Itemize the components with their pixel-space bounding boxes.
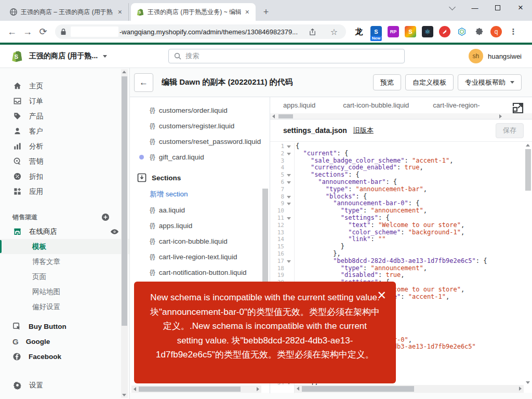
fold-arrow-icon[interactable] bbox=[286, 200, 292, 207]
window-minimize-button[interactable]: — bbox=[463, 0, 486, 16]
save-button[interactable]: 保存 bbox=[496, 123, 524, 138]
red-circle-extension-icon[interactable] bbox=[439, 26, 450, 37]
window-close-button[interactable]: × bbox=[509, 0, 532, 16]
reload-icon[interactable]: ⟳ bbox=[35, 24, 51, 39]
file-item[interactable]: {/}cart-live-region-text.liquid bbox=[130, 249, 270, 264]
shopify-logo-icon[interactable]: S bbox=[10, 49, 24, 63]
sidebar-item-home[interactable]: 主页 bbox=[0, 78, 129, 94]
old-versions-link[interactable]: 旧版本 bbox=[353, 126, 374, 135]
sidebar-item-buy-button[interactable]: Buy Button bbox=[0, 319, 129, 334]
add-section-link[interactable]: 新增 section bbox=[130, 187, 270, 202]
profile-avatar-q-icon[interactable]: q bbox=[490, 26, 502, 37]
sidebar-item-preferences[interactable]: 偏好设置 bbox=[0, 299, 129, 314]
code-line[interactable]: 13 "color_scheme": "background-1", bbox=[270, 229, 532, 236]
theme-help-dropdown-button[interactable]: 专业模板帮助 bbox=[458, 74, 522, 90]
sidebar-item-facebook[interactable]: Facebook bbox=[0, 349, 129, 364]
sections-folder-header[interactable]: Sections bbox=[130, 169, 270, 187]
sidebar-item-online-store[interactable]: 在线商店 bbox=[0, 224, 129, 239]
sidebar-item-customers[interactable]: 客户 bbox=[0, 124, 129, 139]
sidebar-item-products[interactable]: 产品 bbox=[0, 109, 129, 124]
sidebar-item-analytics[interactable]: 分析 bbox=[0, 139, 129, 154]
file-item[interactable]: {/}cart-notification-button.liquid bbox=[130, 264, 270, 280]
hexagon-extension-icon[interactable] bbox=[456, 26, 468, 37]
view-store-eye-icon[interactable] bbox=[110, 229, 119, 235]
calligraphy-extension-icon[interactable]: 龙 bbox=[353, 26, 365, 37]
fold-arrow-icon[interactable] bbox=[286, 179, 292, 186]
file-item-modified[interactable]: {/}gift_card.liquid bbox=[130, 149, 270, 165]
new-tab-button[interactable]: + bbox=[259, 5, 273, 19]
code-line[interactable]: 1{ bbox=[270, 143, 532, 150]
code-line[interactable]: 16 }, bbox=[270, 250, 532, 258]
fold-arrow-icon[interactable] bbox=[286, 171, 292, 179]
tab-search-chevron-icon[interactable] bbox=[441, 0, 463, 16]
react-devtools-extension-icon[interactable]: ⚛ bbox=[422, 26, 433, 37]
code-line[interactable]: 7 "type": "announcement-bar", bbox=[270, 186, 532, 193]
code-line[interactable]: 9 "announcement-bar-0": { bbox=[270, 200, 532, 207]
sidebar-item-marketing[interactable]: 营销 bbox=[0, 154, 129, 169]
sidebar-scrollbar[interactable] bbox=[121, 69, 128, 398]
sidebar-item-orders[interactable]: 订单 bbox=[0, 94, 129, 109]
preview-button[interactable]: 预览 bbox=[373, 74, 401, 90]
editor-tab-scrollbar[interactable] bbox=[270, 113, 532, 119]
code-line[interactable]: 12 "text": "Welcome to our store", bbox=[270, 222, 532, 229]
code-line[interactable]: 10 "type": "announcement", bbox=[270, 207, 532, 215]
user-menu[interactable]: sh huangsiwei bbox=[469, 49, 522, 63]
sidebar-item-pages[interactable]: 页面 bbox=[0, 269, 129, 284]
sidebar-item-themes[interactable]: 模板 bbox=[0, 239, 129, 254]
code-line[interactable]: 6 "announcement-bar": { bbox=[270, 179, 532, 186]
code-line[interactable]: 15 } bbox=[270, 243, 532, 250]
bookmark-star-icon[interactable]: ☆ bbox=[327, 27, 341, 37]
toast-close-icon[interactable]: ✕ bbox=[377, 290, 387, 301]
code-line[interactable]: 5 "sections": { bbox=[270, 171, 532, 179]
back-button[interactable]: ← bbox=[134, 73, 153, 92]
browser-tab-2-active[interactable]: S 王强的商店 (用于熟悉业务) ~ 编辑 × bbox=[131, 3, 256, 21]
code-line[interactable]: 18 "type": "announcement", bbox=[270, 265, 532, 272]
window-maximize-button[interactable] bbox=[486, 0, 509, 16]
tab-close-icon[interactable]: × bbox=[244, 8, 250, 16]
editor-vertical-scrollbar[interactable] bbox=[525, 144, 531, 384]
file-item[interactable]: {/}customers/register.liquid bbox=[130, 118, 270, 134]
extensions-puzzle-icon[interactable] bbox=[473, 26, 485, 37]
fold-arrow-icon[interactable] bbox=[286, 143, 292, 150]
file-item[interactable]: {/}apps.liquid bbox=[130, 218, 270, 233]
editor-tab[interactable]: cart-live-region- bbox=[433, 101, 480, 109]
code-line[interactable]: 11 "settings": { bbox=[270, 215, 532, 222]
file-item[interactable]: {/}customers/order.liquid bbox=[130, 102, 270, 118]
customize-theme-button[interactable]: 自定义模板 bbox=[405, 74, 454, 90]
code-line[interactable]: 8 "blocks": { bbox=[270, 193, 532, 201]
editor-horizontal-scrollbar[interactable] bbox=[295, 385, 524, 393]
code-line[interactable]: 4 "currency_code_enabled": true, bbox=[270, 164, 532, 171]
file-item[interactable]: {/}aa.liquid bbox=[130, 202, 270, 218]
tab-close-icon[interactable]: × bbox=[117, 8, 123, 16]
s-color-extension-icon[interactable]: S bbox=[405, 26, 416, 37]
code-line[interactable]: 3 "sale_badge_color_scheme": "accent-1", bbox=[270, 157, 532, 165]
fold-arrow-icon[interactable] bbox=[286, 258, 292, 265]
sidebar-item-blog-posts[interactable]: 博客文章 bbox=[0, 254, 129, 269]
file-item[interactable]: {/}customers/reset_password.liquid bbox=[130, 134, 270, 149]
code-line[interactable]: 19 "disabled": true, bbox=[270, 272, 532, 279]
browser-tab-1[interactable]: 王强的商店 – 王强的商店 (用于熟 × bbox=[4, 3, 129, 21]
share-icon[interactable] bbox=[305, 28, 320, 36]
store-switcher-caret-icon[interactable] bbox=[103, 55, 107, 58]
browser-menu-kebab-icon[interactable]: ⋮ bbox=[508, 26, 519, 37]
sidebar-item-apps[interactable]: 应用 bbox=[0, 184, 129, 199]
forward-icon[interactable]: → bbox=[20, 24, 35, 39]
address-bar[interactable]: -wangqiang.myshopify.com/admin/themes/13… bbox=[55, 24, 346, 39]
editor-tab[interactable]: apps.liquid bbox=[283, 101, 315, 109]
file-tree-horizontal-scrollbar[interactable] bbox=[131, 385, 261, 393]
sidebar-item-discounts[interactable]: 折扣 bbox=[0, 169, 129, 184]
store-name[interactable]: 王强的商店 (用于熟... bbox=[29, 51, 98, 61]
add-channel-plus-icon[interactable] bbox=[101, 213, 110, 221]
fold-arrow-icon[interactable] bbox=[286, 150, 292, 157]
code-line[interactable]: 14 "link": "" bbox=[270, 236, 532, 243]
file-item[interactable]: {/}cart-icon-bubble.liquid bbox=[130, 233, 270, 249]
fold-arrow-icon[interactable] bbox=[286, 193, 292, 201]
s-blue-extension-icon[interactable]: S New bbox=[370, 26, 382, 37]
rp-extension-icon[interactable]: RP bbox=[388, 26, 399, 37]
admin-search-input[interactable]: 搜索 bbox=[168, 49, 405, 63]
back-icon[interactable]: ← bbox=[4, 24, 20, 39]
sidebar-item-settings[interactable]: 设置 bbox=[0, 378, 130, 393]
sidebar-item-google[interactable]: G Google bbox=[0, 334, 129, 349]
editor-tab[interactable]: cart-icon-bubble.liquid bbox=[343, 101, 409, 109]
code-line[interactable]: 17 "bebb8dcd-282d-4db3-ae13-1d7fb9e2e6c5… bbox=[270, 258, 532, 265]
